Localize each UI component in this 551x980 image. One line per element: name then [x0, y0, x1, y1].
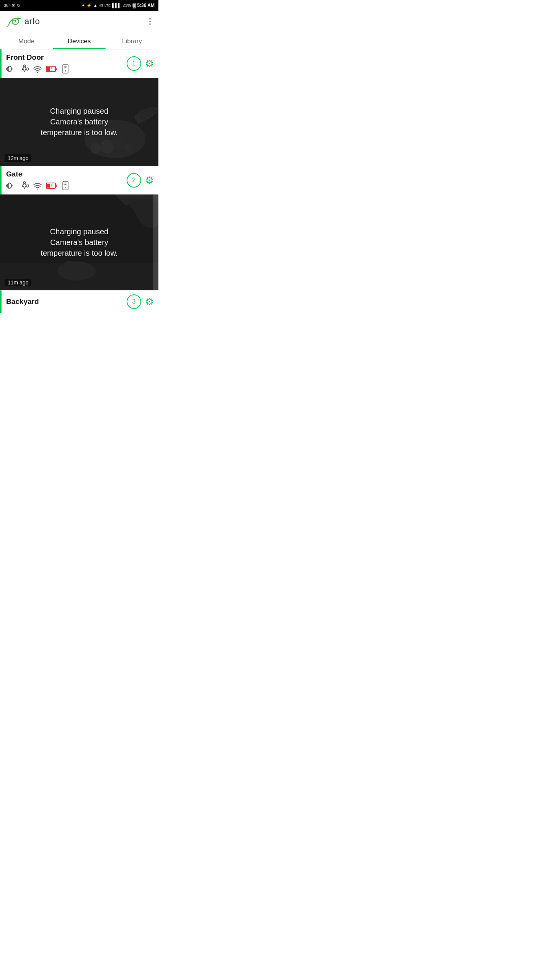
more-dot-3 [149, 23, 151, 25]
bluetooth-icon: ✦ [82, 3, 85, 8]
camera-message-front-door: Charging paused Camera's battery tempera… [33, 106, 125, 138]
more-dot-2 [149, 21, 151, 22]
svg-rect-6 [47, 67, 50, 71]
device-right-backyard: 3 ⚙ [127, 294, 154, 309]
camera-timestamp-gate: 11m ago [5, 279, 31, 286]
wifi-status-icon: ▲ [93, 3, 98, 8]
svg-point-1 [8, 66, 11, 72]
device-right-front-door: 1 ⚙ [127, 56, 154, 71]
svg-rect-22 [55, 185, 57, 187]
svg-rect-28 [64, 184, 67, 185]
svg-rect-5 [55, 68, 57, 70]
arlo-bird-icon [6, 15, 23, 28]
app-name: arlo [24, 16, 40, 26]
svg-point-3 [37, 72, 38, 73]
network-icon: 4G LTE [99, 3, 111, 7]
tab-library[interactable]: Library [106, 32, 158, 49]
device-right-gate: 2 ⚙ [127, 173, 154, 188]
device-icons-gate: ! [6, 181, 70, 191]
motion-icon [20, 64, 29, 74]
time-display: 5:36 AM [137, 3, 155, 8]
arlo-logo: arlo [6, 15, 40, 28]
sync-icon: ↻ [17, 3, 20, 8]
svg-point-26 [65, 187, 66, 188]
base-station-icon [61, 64, 70, 74]
svg-point-17 [124, 143, 133, 152]
device-number-front-door[interactable]: 1 [127, 56, 141, 71]
wifi-icon-gate [33, 182, 42, 189]
svg-text:!: ! [51, 67, 52, 71]
more-menu-button[interactable] [148, 16, 152, 26]
svg-rect-10 [64, 66, 67, 67]
svg-point-31 [57, 261, 96, 281]
status-right: ✦ ⚡ ▲ 4G LTE ▌▌▌ 21% ▓ 5:36 AM [82, 3, 155, 8]
svg-point-19 [24, 182, 26, 184]
svg-point-32 [63, 261, 75, 272]
tab-bar: Mode Devices Library [0, 32, 158, 49]
svg-rect-27 [64, 183, 67, 183]
device-header-front-door: Front Door [0, 49, 158, 78]
svg-point-16 [90, 143, 101, 154]
battery-icon: ▓ [132, 3, 135, 8]
svg-rect-23 [47, 184, 50, 188]
device-number-gate[interactable]: 2 [127, 173, 141, 188]
settings-button-gate[interactable]: ⚙ [145, 175, 154, 186]
svg-point-20 [37, 189, 38, 190]
sound-icon [6, 65, 16, 73]
svg-point-18 [8, 183, 11, 188]
more-dot-1 [149, 18, 151, 20]
tab-mode[interactable]: Mode [0, 32, 53, 49]
camera-timestamp-front-door: 12m ago [5, 154, 31, 162]
battery-percent: 21% [122, 3, 131, 8]
base-station-icon-gate [61, 181, 70, 191]
svg-rect-11 [64, 67, 67, 68]
charge-icon: ⚡ [86, 3, 92, 8]
tab-devices[interactable]: Devices [53, 32, 106, 49]
temperature: 36° [4, 3, 10, 8]
status-left: 36° ✉ ↻ [4, 3, 20, 8]
device-number-backyard[interactable]: 3 [127, 294, 141, 309]
device-backyard: Backyard 3 ⚙ [0, 290, 158, 313]
battery-low-icon-gate: ! [46, 182, 57, 189]
svg-point-14 [100, 140, 114, 154]
settings-button-backyard[interactable]: ⚙ [145, 296, 154, 308]
svg-point-15 [112, 139, 125, 151]
status-bar: 36° ✉ ↻ ✦ ⚡ ▲ 4G LTE ▌▌▌ 21% ▓ 5:36 AM [0, 0, 158, 11]
app-header: arlo [0, 11, 158, 32]
device-left-front-door: Front Door [6, 53, 70, 74]
device-left-gate: Gate [6, 170, 70, 191]
svg-point-9 [65, 70, 66, 72]
device-header-gate: Gate [0, 166, 158, 194]
svg-rect-33 [153, 194, 158, 290]
device-front-door: Front Door [0, 49, 158, 166]
svg-point-2 [24, 65, 26, 67]
device-icons-front-door: ! [6, 64, 70, 74]
device-name-gate: Gate [6, 170, 70, 178]
motion-icon-gate [20, 181, 29, 190]
device-gate: Gate [0, 166, 158, 290]
gmail-icon: ✉ [12, 3, 15, 8]
settings-button-front-door[interactable]: ⚙ [145, 58, 154, 70]
wifi-icon [33, 65, 42, 73]
signal-bars: ▌▌▌ [112, 3, 121, 8]
device-name-backyard: Backyard [6, 297, 39, 306]
sound-icon-gate [6, 181, 16, 190]
svg-text:!: ! [51, 184, 52, 188]
battery-low-icon: ! [46, 65, 57, 73]
camera-feed-gate[interactable]: Charging paused Camera's battery tempera… [0, 194, 158, 290]
camera-feed-front-door[interactable]: Charging paused Camera's battery tempera… [0, 78, 158, 166]
svg-point-0 [18, 17, 20, 19]
device-name-front-door: Front Door [6, 53, 70, 62]
camera-message-gate: Charging paused Camera's battery tempera… [33, 226, 125, 258]
